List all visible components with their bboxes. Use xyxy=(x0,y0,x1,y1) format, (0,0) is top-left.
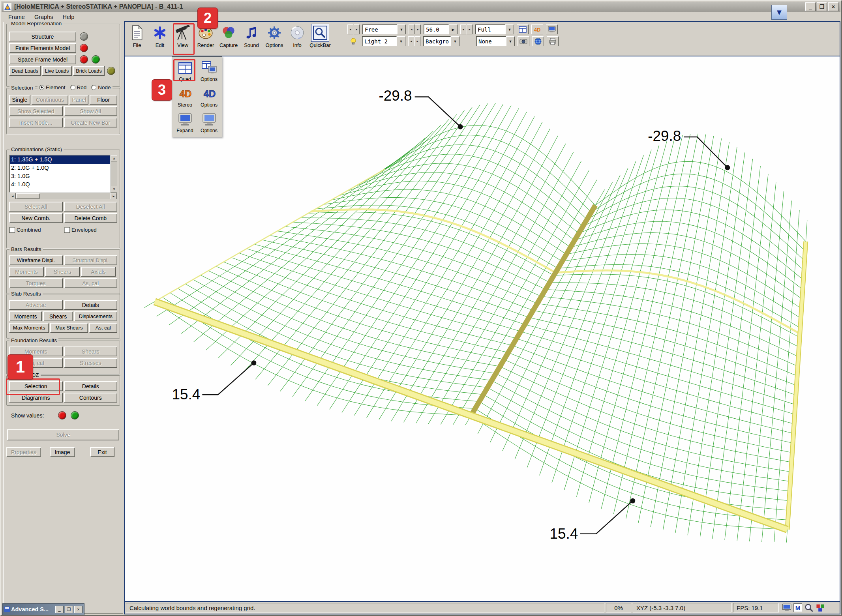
slab-max-shears-button[interactable]: Max Shears xyxy=(50,323,88,333)
detail-combo[interactable]: Full ▼ xyxy=(475,24,514,34)
structure-button[interactable]: Structure xyxy=(9,32,76,41)
show-values-led-green[interactable] xyxy=(71,411,79,419)
m-badge-icon[interactable]: M xyxy=(793,603,802,612)
toolbar-button-info[interactable]: Info xyxy=(286,22,309,56)
menu-help[interactable]: Help xyxy=(58,13,79,21)
window-titlebar[interactable]: [HoloMETRICA + StereoSTATIKA + PANOPLIA]… xyxy=(2,2,840,12)
fov-spinner[interactable]: 56.0 ▶ xyxy=(424,24,458,34)
fov-dec-button[interactable]: ◂ xyxy=(409,24,414,34)
slab-max-moments-button[interactable]: Max Moments xyxy=(9,323,49,333)
space-frame-model-button[interactable]: Space Frame Model xyxy=(9,54,76,64)
radio-rod[interactable]: Rod xyxy=(70,84,87,90)
network-monitor-icon[interactable] xyxy=(782,603,791,612)
solve-button[interactable]: Solve xyxy=(7,429,119,440)
globe-button[interactable] xyxy=(532,36,544,46)
texture-dropdown-button[interactable]: ▼ xyxy=(506,36,515,46)
toolbar-button-file[interactable]: File xyxy=(126,22,148,56)
structural-displ-button[interactable]: Structural Displ. xyxy=(64,255,118,265)
slab-shears-button[interactable]: Shears xyxy=(43,311,73,321)
combination-item[interactable]: 4: 1.0Q xyxy=(10,180,110,189)
background-prev-button[interactable]: ◂ xyxy=(408,36,414,46)
camera-next-button[interactable]: ▸ xyxy=(354,24,360,34)
combination-item[interactable]: 1: 1.35G + 1.5Q xyxy=(10,155,110,164)
view-menu-stereo-options[interactable]: 4D Options xyxy=(197,84,221,110)
light-dropdown-button[interactable]: ▼ xyxy=(397,36,405,46)
bars-as-cal-button[interactable]: As, cal xyxy=(64,278,118,288)
background-dropdown-button[interactable]: ▼ xyxy=(451,36,459,46)
foundation-stresses-button[interactable]: Stresses xyxy=(64,358,118,368)
camera-dropdown-button[interactable]: ▼ xyxy=(397,24,406,34)
view-menu-expand[interactable]: Expand xyxy=(173,110,197,135)
live-loads-button[interactable]: Live Loads xyxy=(42,66,72,76)
scrollbar-track[interactable] xyxy=(16,193,111,199)
menu-graphs[interactable]: Graphs xyxy=(30,13,58,21)
texture-combo[interactable]: None ▼ xyxy=(476,36,515,46)
insert-node-button[interactable]: Insert Node... xyxy=(9,118,63,127)
detail-prev-button[interactable]: ◂ xyxy=(460,24,466,34)
new-comb-button[interactable]: New Comb. xyxy=(9,213,63,223)
quad-view-toggle-button[interactable] xyxy=(517,24,529,34)
wireframe-displ-button[interactable]: Wireframe Displ. xyxy=(9,255,63,265)
loads-led[interactable] xyxy=(107,67,115,75)
select-all-button[interactable]: Select All xyxy=(9,202,63,212)
image-button[interactable]: Image xyxy=(50,447,75,457)
background-combo[interactable]: Backgro ▼ xyxy=(423,36,459,46)
show-selected-button[interactable]: Show Selected xyxy=(9,106,63,116)
mini-restore-button[interactable]: ❐ xyxy=(65,606,73,613)
menu-frame[interactable]: Frame xyxy=(4,13,29,21)
minimized-window-advanced[interactable]: Advanced S... _ ❐ × xyxy=(2,603,84,615)
monitor-view-button[interactable] xyxy=(546,24,558,34)
scroll-up-button[interactable]: ▲ xyxy=(111,155,117,161)
properties-button[interactable]: Properties xyxy=(6,447,41,457)
finite-elements-led[interactable] xyxy=(80,44,88,52)
fov-play-button[interactable]: ▶ xyxy=(449,24,458,34)
structure-led[interactable] xyxy=(80,32,88,41)
show-values-led-red[interactable] xyxy=(58,411,66,419)
show-all-button[interactable]: Show All xyxy=(64,106,118,116)
results-details-button[interactable]: Details xyxy=(64,381,118,391)
background-next-button[interactable]: ▸ xyxy=(414,36,420,46)
camera-prev-button[interactable]: ◂ xyxy=(347,24,353,34)
space-frame-led-red[interactable] xyxy=(80,55,88,64)
finite-elements-model-button[interactable]: Finite Elements Model xyxy=(9,43,76,53)
continuous-button[interactable]: Continuous xyxy=(32,95,69,105)
deselect-all-button[interactable]: Deselect All xyxy=(64,202,118,212)
snapshot-camera-button[interactable] xyxy=(518,36,529,46)
view-menu-stereo[interactable]: 4D Stereo xyxy=(173,84,197,110)
mini-minimize-button[interactable]: _ xyxy=(55,606,64,613)
bars-torques-button[interactable]: Torques xyxy=(9,278,63,288)
light-combo[interactable]: Light 2 ▼ xyxy=(362,36,405,46)
magnifier-icon[interactable] xyxy=(804,603,814,612)
single-button[interactable]: Single xyxy=(9,95,30,105)
toolbar-button-capture[interactable]: Capture xyxy=(217,22,240,56)
view-menu-expand-options[interactable]: Options xyxy=(197,110,221,135)
detail-dropdown-button[interactable]: ▼ xyxy=(505,24,514,34)
viewport-3d-scene[interactable]: -29.8 -29.8 15.4 15.4 xyxy=(125,56,840,601)
viewport-3d[interactable]: -29.8 -29.8 15.4 15.4 xyxy=(125,56,840,601)
slab-adverse-button[interactable]: Adverse xyxy=(9,300,63,310)
results-contours-button[interactable]: Contours xyxy=(64,393,118,403)
slab-moments-button[interactable]: Moments xyxy=(9,311,42,321)
enveloped-checkbox[interactable]: Enveloped xyxy=(64,227,97,233)
space-frame-led-green[interactable] xyxy=(92,55,100,64)
radio-element[interactable]: Element xyxy=(39,84,66,90)
toolbar-button-sound[interactable]: Sound xyxy=(240,22,263,56)
minimize-button[interactable]: _ xyxy=(805,2,816,11)
panel-button[interactable]: Panel xyxy=(69,95,88,105)
scrollbar-thumb[interactable] xyxy=(16,193,40,198)
camera-combo[interactable]: Free ▼ xyxy=(362,24,406,34)
floor-button[interactable]: Floor xyxy=(90,95,117,105)
bars-moments-button[interactable]: Moments xyxy=(9,267,44,277)
slab-details-button[interactable]: Details xyxy=(64,300,118,310)
fov-inc-button[interactable]: ▸ xyxy=(415,24,421,34)
close-button[interactable]: × xyxy=(828,2,838,11)
maximize-button[interactable]: ❐ xyxy=(817,2,827,11)
radio-node[interactable]: Node xyxy=(91,84,111,90)
scroll-right-button[interactable]: ► xyxy=(111,193,117,199)
view-menu-quad-options[interactable]: Options xyxy=(197,58,221,84)
toolbar-button-options[interactable]: Options xyxy=(263,22,286,56)
light-bulb-button[interactable] xyxy=(347,36,359,46)
brick-loads-button[interactable]: Brick Loads xyxy=(73,66,105,76)
slab-displacements-button[interactable]: Displacements xyxy=(74,311,117,321)
bars-axials-button[interactable]: Axials xyxy=(81,267,116,277)
